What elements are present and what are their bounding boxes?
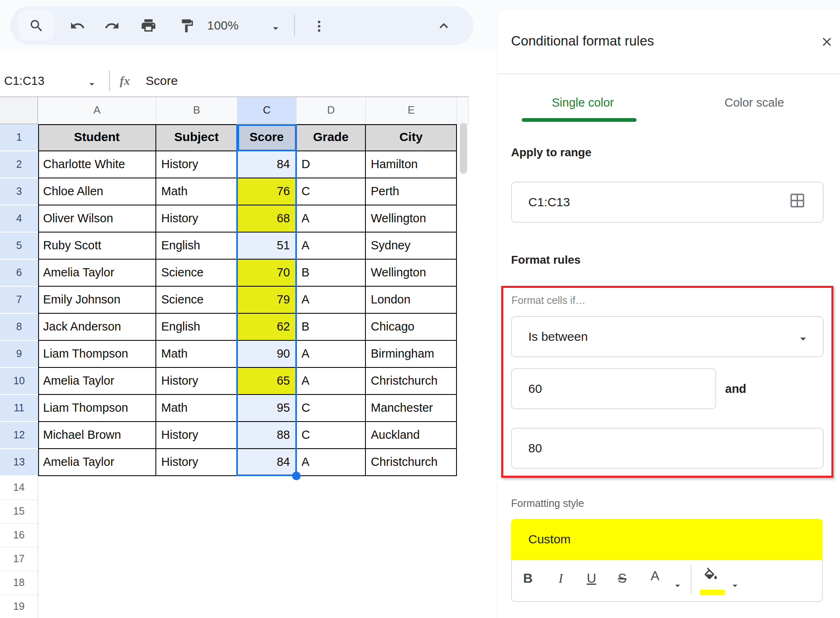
row-header-17[interactable]: 17 [0,547,38,571]
cell-city[interactable]: Wellington [366,205,457,233]
condition-select[interactable]: Is between [511,316,824,357]
underline-button[interactable]: U [582,568,600,588]
vertical-scrollbar[interactable] [460,123,467,174]
cell-grade[interactable]: A [297,205,366,233]
search-icon[interactable] [28,18,45,34]
cell-subject[interactable]: History [156,449,237,476]
row-header-7[interactable]: 7 [0,287,38,314]
cell-score[interactable]: 84 [237,449,297,476]
cell-grade[interactable]: A [297,287,366,314]
cell-score[interactable]: 62 [237,314,297,341]
column-header-d[interactable]: D [297,97,366,124]
cell-score[interactable]: 90 [237,341,297,368]
cell-grade[interactable]: A [297,449,366,476]
cell-score[interactable]: 68 [237,205,297,233]
row-header-1[interactable]: 1 [0,124,38,151]
collapse-toolbar-icon[interactable] [436,18,452,34]
cell-city[interactable]: Christchurch [366,368,457,395]
fill-color-icon[interactable] [703,568,719,584]
formula-bar-value[interactable]: Score [146,72,178,89]
row-header-3[interactable]: 3 [0,178,38,205]
row-header-5[interactable]: 5 [0,233,38,260]
cell-city[interactable]: Auckland [366,422,457,449]
row-header-13[interactable]: 13 [0,449,38,476]
cell-score[interactable]: 79 [237,287,297,314]
table-header-grade[interactable]: Grade [297,124,366,151]
name-box[interactable]: C1:C13 [4,73,44,89]
min-value-input[interactable]: 60 [511,368,716,409]
text-color-button[interactable]: A [646,566,664,586]
range-input[interactable]: C1:C13 [511,182,824,223]
column-header-b[interactable]: B [156,97,237,124]
cell-city[interactable]: Hamilton [366,151,457,178]
column-header-c[interactable]: C [237,97,297,124]
row-header-10[interactable]: 10 [0,368,38,395]
text-color-dropdown-icon[interactable] [669,577,686,594]
cell-student[interactable]: Amelia Taylor [38,368,156,395]
cell-score[interactable]: 88 [237,422,297,449]
cell-student[interactable]: Emily Johnson [38,287,156,314]
cell-score[interactable]: 51 [237,233,297,260]
cell-student[interactable]: Jack Anderson [38,314,156,341]
cell-subject[interactable]: Math [156,341,237,368]
table-header-student[interactable]: Student [38,124,156,151]
cell-subject[interactable]: Science [156,287,237,314]
bold-button[interactable]: B [519,568,537,588]
cell-student[interactable]: Charlotte White [38,151,156,178]
row-header-16[interactable]: 16 [0,524,38,547]
cell-grade[interactable]: C [297,395,366,422]
cell-city[interactable]: Manchester [366,395,457,422]
row-header-11[interactable]: 11 [0,395,38,422]
redo-icon[interactable] [104,18,120,34]
cell-student[interactable]: Liam Thompson [38,395,156,422]
tab-color-scale[interactable]: Color scale [669,88,840,117]
cell-city[interactable]: Christchurch [366,449,457,476]
cell-grade[interactable]: A [297,233,366,260]
cell-student[interactable]: Liam Thompson [38,341,156,368]
more-options-icon[interactable] [311,18,327,34]
cell-subject[interactable]: Science [156,260,237,287]
italic-button[interactable]: I [552,568,570,588]
column-header-e[interactable]: E [366,97,457,124]
cell-city[interactable]: Chicago [366,314,457,341]
cell-student[interactable]: Amelia Taylor [38,449,156,476]
cell-subject[interactable]: History [156,151,237,178]
cell-grade[interactable]: C [297,178,366,205]
row-header-6[interactable]: 6 [0,260,38,287]
row-header-15[interactable]: 15 [0,500,38,524]
cell-score[interactable]: 65 [237,368,297,395]
select-all-corner[interactable] [0,97,38,124]
cell-student[interactable]: Ruby Scott [38,233,156,260]
cell-grade[interactable]: C [297,422,366,449]
table-header-subject[interactable]: Subject [156,124,237,151]
cell-student[interactable]: Oliver Wilson [38,205,156,233]
max-value-input[interactable]: 80 [511,428,824,469]
row-header-2[interactable]: 2 [0,151,38,178]
cell-grade[interactable]: B [297,314,366,341]
cell-subject[interactable]: History [156,368,237,395]
paint-format-icon[interactable] [179,18,195,34]
row-header-19[interactable]: 19 [0,595,38,618]
cell-subject[interactable]: Math [156,178,237,205]
row-header-12[interactable]: 12 [0,422,38,449]
cell-subject[interactable]: History [156,422,237,449]
undo-icon[interactable] [69,18,86,34]
column-header-a[interactable]: A [38,97,156,124]
cell-city[interactable]: Perth [366,178,457,205]
cell-grade[interactable]: B [297,260,366,287]
row-header-14[interactable]: 14 [0,476,38,500]
cell-score[interactable]: 70 [237,260,297,287]
cell-student[interactable]: Chloe Allen [38,178,156,205]
tab-single-color[interactable]: Single color [497,88,669,117]
fill-color-dropdown-icon[interactable] [727,577,743,594]
strikethrough-button[interactable]: S [613,568,631,588]
cell-score[interactable]: 95 [237,395,297,422]
cell-score[interactable]: 84 [237,151,297,178]
cell-city[interactable]: Sydney [366,233,457,260]
print-icon[interactable] [140,17,157,34]
cell-score[interactable]: 76 [237,178,297,205]
row-header-8[interactable]: 8 [0,314,38,341]
cell-student[interactable]: Michael Brown [38,422,156,449]
close-icon[interactable] [819,34,835,50]
cell-subject[interactable]: History [156,205,237,233]
